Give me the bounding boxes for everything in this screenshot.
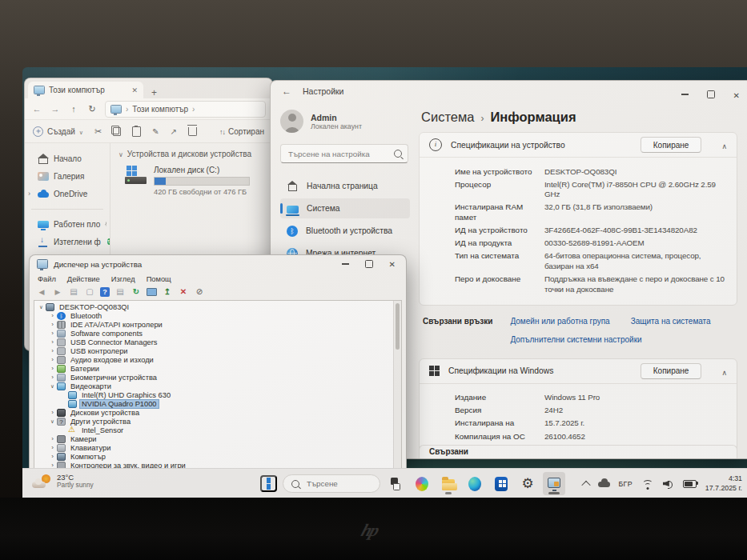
expander-icon[interactable]: [49, 462, 56, 468]
tree-item[interactable]: NVIDIA Quadro P1000: [34, 399, 393, 408]
address-bar[interactable]: Този компютър: [105, 101, 266, 118]
sidebar-item[interactable]: Изтеглени ф ↻: [25, 233, 110, 250]
expander-icon[interactable]: [49, 330, 56, 337]
minimize-button[interactable]: [681, 94, 689, 94]
settings-search-input[interactable]: [287, 149, 389, 159]
tree-item[interactable]: USB контролери: [34, 346, 393, 355]
cut-icon[interactable]: [94, 126, 102, 137]
battery-icon[interactable]: [683, 480, 697, 488]
settings-nav-item[interactable]: Bluetooth и устройства: [280, 221, 410, 241]
back-button[interactable]: [31, 104, 42, 114]
chevron-up-icon[interactable]: [721, 138, 727, 152]
copy-device-specs-button[interactable]: Копиране: [641, 137, 702, 153]
sidebar-item[interactable]: OneDrive ↻: [25, 185, 110, 202]
close-button[interactable]: [389, 260, 396, 269]
tab-this-pc[interactable]: Този компютър ✕: [28, 82, 143, 98]
device-manager-button[interactable]: [543, 472, 565, 495]
related-link[interactable]: Домейн или работна група: [510, 317, 609, 326]
scrollbar[interactable]: [393, 301, 401, 468]
windows-specs-header[interactable]: Спецификации на Windows Копиране: [420, 359, 737, 383]
settings-nav-item[interactable]: Начална страница: [280, 176, 410, 196]
edge-button[interactable]: [464, 472, 486, 495]
expander-icon[interactable]: [28, 190, 34, 198]
expander-icon[interactable]: [49, 409, 56, 416]
list-view-icon[interactable]: [68, 286, 79, 297]
settings-button[interactable]: [516, 472, 539, 495]
expander-icon[interactable]: [49, 347, 56, 354]
refresh-button[interactable]: [86, 104, 98, 114]
copilot-button[interactable]: [411, 472, 433, 495]
tree-item[interactable]: Контролери за звук, видео и игри: [34, 461, 393, 468]
expander-icon[interactable]: [49, 453, 56, 460]
taskbar-search[interactable]: [283, 474, 380, 493]
expander-icon[interactable]: [49, 312, 56, 319]
tree-item[interactable]: Камери: [34, 434, 393, 443]
tree-item[interactable]: Батерии: [34, 364, 393, 373]
forward-button[interactable]: [50, 104, 61, 114]
disable-device-icon[interactable]: [194, 286, 205, 297]
language-indicator[interactable]: БГР: [619, 480, 633, 488]
task-view-button[interactable]: [384, 472, 407, 495]
paste-icon[interactable]: [132, 126, 141, 137]
related-link[interactable]: Защита на системата: [631, 317, 711, 326]
tree-item[interactable]: Компютър: [34, 452, 393, 461]
scrollbar-thumb[interactable]: [396, 303, 400, 350]
expander-icon[interactable]: [49, 444, 56, 451]
expander-icon[interactable]: [49, 418, 56, 425]
minimize-button[interactable]: [342, 263, 349, 264]
settings-search-box[interactable]: [280, 144, 408, 163]
expander-icon[interactable]: [49, 435, 56, 442]
navigate-forward-icon[interactable]: [52, 286, 63, 297]
file-explorer-button[interactable]: [437, 472, 460, 495]
copy-icon[interactable]: [113, 127, 121, 136]
tree-item[interactable]: Клавиатури: [34, 443, 393, 452]
navigate-back-icon[interactable]: [36, 286, 47, 297]
new-tab-button[interactable]: +: [151, 87, 157, 98]
back-arrow-icon[interactable]: [282, 86, 291, 97]
help-icon[interactable]: [100, 287, 110, 297]
microsoft-store-button[interactable]: [490, 472, 512, 495]
sidebar-item[interactable]: Работен пло ↻: [25, 215, 110, 233]
maximize-button[interactable]: [365, 260, 373, 268]
onedrive-icon[interactable]: [598, 481, 610, 487]
tree-item[interactable]: Биометрични устройства: [34, 373, 393, 382]
tree-item[interactable]: Bluetooth: [34, 311, 393, 320]
expander-icon[interactable]: [49, 338, 56, 346]
tab-close-icon[interactable]: ✕: [131, 86, 138, 94]
update-driver-icon[interactable]: [162, 286, 173, 297]
menu-item[interactable]: Помощ: [147, 275, 171, 283]
share-icon[interactable]: [171, 126, 177, 136]
menu-item[interactable]: Изглед: [111, 275, 135, 283]
tree-item[interactable]: Intel(R) UHD Graphics 630: [34, 390, 393, 399]
breadcrumb-parent[interactable]: Система: [421, 110, 474, 125]
rename-icon[interactable]: [152, 126, 159, 136]
tree-item[interactable]: Дискови устройства: [34, 408, 393, 417]
menu-item[interactable]: Файл: [38, 275, 56, 283]
tree-item[interactable]: Software components: [34, 329, 393, 338]
copy-windows-specs-button[interactable]: Копиране: [641, 363, 702, 379]
tree-item[interactable]: USB Connector Managers: [34, 338, 393, 346]
devices-by-type-icon[interactable]: [114, 286, 126, 297]
tree-item[interactable]: Видеокарти: [34, 382, 393, 390]
weather-widget[interactable]: 23°C Partly sunny: [32, 473, 94, 490]
uninstall-device-icon[interactable]: [178, 286, 189, 297]
menu-item[interactable]: Действие: [67, 275, 100, 283]
settings-nav-item[interactable]: Система: [280, 198, 410, 218]
expander-icon[interactable]: [38, 303, 45, 310]
tree-item[interactable]: Intel_Sensor: [34, 426, 393, 434]
sidebar-item[interactable]: Начало ↻: [25, 150, 110, 167]
expander-icon[interactable]: [49, 374, 56, 381]
taskbar-search-input[interactable]: [305, 478, 371, 489]
clock[interactable]: 4:31 17.7.2025 г.: [705, 474, 742, 494]
wifi-icon[interactable]: [641, 479, 654, 489]
new-button[interactable]: Създай: [33, 126, 83, 137]
start-button[interactable]: [260, 475, 277, 492]
tree-item[interactable]: IDE ATA/ATAPI контролери: [34, 320, 393, 329]
up-button[interactable]: [68, 104, 79, 114]
expander-icon[interactable]: [49, 356, 56, 363]
close-button[interactable]: [733, 87, 740, 102]
computer-icon[interactable]: [147, 288, 157, 296]
expander-icon[interactable]: [49, 382, 56, 390]
chevron-up-icon[interactable]: [721, 364, 727, 378]
delete-icon[interactable]: [188, 127, 197, 136]
